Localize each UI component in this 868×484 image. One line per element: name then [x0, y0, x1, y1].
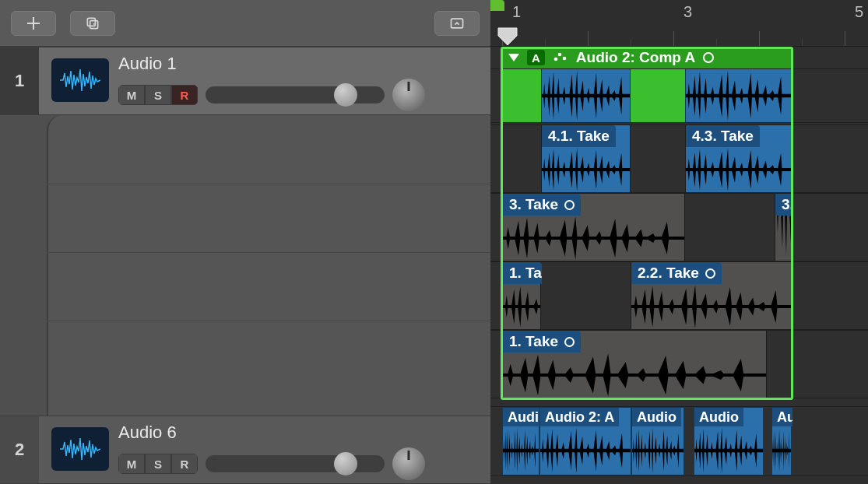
add-track-button[interactable]: [11, 11, 56, 36]
record-enable-button[interactable]: R: [171, 454, 198, 474]
ruler-label: 1: [512, 3, 521, 21]
track-header[interactable]: 1 Audio 1 M S R: [0, 47, 490, 115]
audio-region[interactable]: Audio 2: A: [539, 407, 631, 475]
track-toolbar: [0, 0, 490, 47]
take-region[interactable]: 3. Take: [502, 194, 685, 261]
volume-thumb[interactable]: [334, 452, 357, 475]
collapse-tracks-button[interactable]: [434, 11, 480, 36]
audio-region[interactable]: Audi: [502, 407, 539, 475]
track-number: 1: [0, 47, 39, 114]
take-region[interactable]: 1. Take: [502, 331, 767, 398]
take-lane[interactable]: 3. Take 3.: [490, 193, 868, 261]
loop-indicator-icon: [703, 52, 714, 63]
track-header[interactable]: 2 Audio 6 M S R: [0, 416, 490, 484]
mute-button[interactable]: M: [118, 454, 145, 474]
loop-indicator-icon: [564, 337, 575, 347]
loop-indicator-icon: [705, 268, 715, 279]
arrange-area[interactable]: A Audio 2: Comp A 4.1. Take: [490, 47, 868, 484]
track-name[interactable]: Audio 1: [118, 54, 490, 74]
take-lane[interactable]: 1. Take: [490, 330, 868, 398]
volume-thumb[interactable]: [334, 83, 357, 107]
svg-point-3: [554, 58, 558, 61]
track-name[interactable]: Audio 6: [118, 423, 490, 443]
region-label: Audio: [637, 409, 676, 426]
region-label: 1. Take: [509, 333, 558, 350]
region-label: Audi: [508, 409, 539, 426]
svg-point-5: [563, 57, 567, 61]
solo-button[interactable]: S: [145, 454, 171, 474]
disclosure-triangle-icon[interactable]: [508, 54, 519, 61]
audio-track-icon: [51, 427, 109, 471]
ruler-label: 5: [855, 3, 863, 21]
volume-slider[interactable]: [206, 455, 385, 472]
duplicate-track-button[interactable]: [70, 11, 115, 36]
take-lane[interactable]: 4.1. Take 4.3. Take: [490, 125, 868, 193]
comp-header[interactable]: A Audio 2: Comp A: [502, 47, 792, 68]
region-label: 4.1. Take: [548, 128, 610, 145]
comp-segment[interactable]: [631, 69, 685, 122]
take-region[interactable]: 4.3. Take: [685, 125, 792, 192]
comp-title: Audio 2: Comp A: [576, 49, 695, 66]
audio-region[interactable]: Audio: [694, 407, 764, 475]
comp-letter[interactable]: A: [527, 50, 545, 65]
audio-track-icon: [51, 58, 109, 102]
comp-segment[interactable]: [541, 69, 631, 122]
solo-button[interactable]: S: [145, 85, 171, 105]
region-label: Audio 2: A: [545, 409, 614, 426]
take-lane-headers: [0, 115, 490, 416]
comp-segment[interactable]: [502, 69, 541, 122]
region-label: 3. Take: [509, 196, 558, 213]
quick-swipe-icon[interactable]: [553, 49, 568, 66]
region-label: 1. Ta: [509, 265, 542, 282]
svg-point-4: [558, 53, 562, 57]
svg-rect-0: [87, 18, 95, 26]
track-lane[interactable]: Audi Audio 2: A Audio Audio Au: [490, 406, 868, 476]
volume-slider[interactable]: [206, 86, 385, 103]
take-region[interactable]: 1. Ta: [502, 262, 541, 329]
take-region[interactable]: 4.1. Take: [541, 125, 631, 192]
mute-button[interactable]: M: [118, 85, 145, 105]
take-region[interactable]: 3.: [775, 194, 792, 261]
track-number: 2: [0, 416, 39, 483]
pan-knob[interactable]: [392, 79, 425, 111]
audio-region[interactable]: Au: [771, 407, 792, 475]
pan-knob[interactable]: [392, 447, 425, 480]
ruler-label: 3: [684, 3, 692, 21]
track-header-column: 1 Audio 1 M S R: [0, 47, 490, 484]
region-label: 3.: [782, 196, 792, 213]
timeline-ruler[interactable]: 1 3 5: [490, 0, 868, 47]
region-label: 4.3. Take: [692, 128, 754, 145]
audio-region[interactable]: Audio: [631, 407, 684, 475]
comp-lane[interactable]: [490, 68, 868, 123]
playhead[interactable]: [497, 26, 518, 47]
comp-segment[interactable]: [685, 69, 792, 122]
take-region[interactable]: 2.2. Take: [631, 262, 792, 329]
record-enable-button[interactable]: R: [171, 85, 198, 105]
region-label: Au: [777, 409, 792, 426]
take-lane[interactable]: 1. Ta 2.2. Take: [490, 261, 868, 330]
region-label: Audio: [699, 409, 739, 426]
region-label: 2.2. Take: [638, 265, 699, 282]
loop-indicator-icon: [564, 200, 575, 210]
